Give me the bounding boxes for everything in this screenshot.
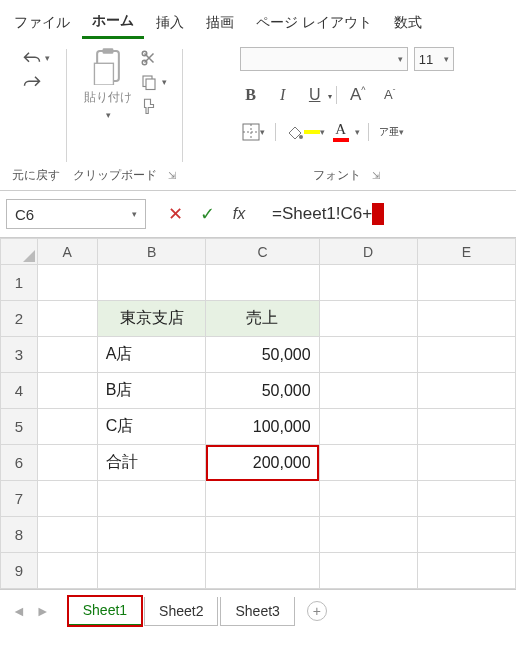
cancel-formula-button[interactable]: ✕ [160,199,190,229]
row-header[interactable]: 1 [1,265,38,301]
cell[interactable] [206,553,319,589]
cell[interactable] [206,481,319,517]
sheet-nav-prev[interactable]: ◄ [8,603,30,619]
spreadsheet-grid[interactable]: A B C D E 1 2 東京支店 売上 3 A店 50,000 [0,238,516,589]
cell[interactable] [206,517,319,553]
cell[interactable] [319,481,417,517]
menu-insert[interactable]: 挿入 [146,8,194,38]
cut-button[interactable] [140,49,167,67]
row-header[interactable]: 2 [1,301,38,337]
grow-font-button[interactable]: A^ [347,85,369,105]
cell[interactable]: 売上 [206,301,319,337]
cell[interactable] [97,265,206,301]
format-painter-button[interactable] [140,97,167,115]
row-6: 6 合計 200,000 [1,445,516,481]
font-name-dropdown[interactable]: ▾ [240,47,408,71]
paste-button[interactable]: 貼り付け ▾ [82,43,134,124]
col-header-B[interactable]: B [97,239,206,265]
row-header[interactable]: 9 [1,553,38,589]
cell[interactable] [417,553,515,589]
col-header-E[interactable]: E [417,239,515,265]
font-color-button[interactable]: A [331,119,351,144]
col-header-D[interactable]: D [319,239,417,265]
cell[interactable] [37,265,97,301]
cell[interactable] [97,517,206,553]
row-header[interactable]: 5 [1,409,38,445]
cell[interactable]: A店 [97,337,206,373]
menu-page-layout[interactable]: ページ レイアウト [246,8,382,38]
cell[interactable] [417,373,515,409]
menu-formulas[interactable]: 数式 [384,8,432,38]
name-box[interactable]: C6 ▾ [6,199,146,229]
row-header[interactable]: 7 [1,481,38,517]
shrink-font-button[interactable]: Aˇ [379,87,401,103]
cell[interactable] [37,409,97,445]
cell[interactable] [319,517,417,553]
cell-active[interactable]: 200,000 [206,445,319,481]
cell[interactable] [417,409,515,445]
insert-function-button[interactable]: fx [224,199,254,229]
cell[interactable] [319,553,417,589]
cell[interactable] [417,445,515,481]
cell[interactable] [37,373,97,409]
cell[interactable] [417,517,515,553]
cell[interactable] [97,553,206,589]
cell[interactable]: 合計 [97,445,206,481]
cell[interactable]: 東京支店 [97,301,206,337]
cell[interactable] [37,445,97,481]
copy-button[interactable]: ▾ [140,73,167,91]
cell[interactable] [417,337,515,373]
row-header[interactable]: 3 [1,337,38,373]
confirm-formula-button[interactable]: ✓ [192,199,222,229]
formula-input[interactable]: =Sheet1!C6+ [264,199,510,229]
border-button[interactable]: ▾ [240,121,267,143]
menu-home[interactable]: ホーム [82,6,144,39]
select-all-corner[interactable] [1,239,38,265]
chevron-down-icon[interactable]: ▾ [355,127,360,137]
cell[interactable] [37,481,97,517]
cell[interactable] [417,481,515,517]
col-header-A[interactable]: A [37,239,97,265]
cell[interactable] [206,265,319,301]
cell[interactable] [319,301,417,337]
cell[interactable] [97,481,206,517]
redo-button[interactable] [23,73,50,91]
font-size-dropdown[interactable]: 11 ▾ [414,47,454,71]
sheet-tab-1[interactable]: Sheet1 [68,596,142,626]
cell[interactable] [319,337,417,373]
italic-button[interactable]: I [272,86,294,104]
menu-file[interactable]: ファイル [4,8,80,38]
undo-button[interactable]: ▾ [23,49,50,67]
cell[interactable]: 50,000 [206,373,319,409]
cell[interactable] [417,265,515,301]
dialog-launcher-icon[interactable]: ⇲ [372,170,380,181]
cell[interactable] [37,553,97,589]
cell[interactable] [319,445,417,481]
cell[interactable] [319,409,417,445]
sheet-tab-2[interactable]: Sheet2 [144,597,218,626]
cell[interactable]: C店 [97,409,206,445]
row-header[interactable]: 6 [1,445,38,481]
cell[interactable] [37,337,97,373]
bold-button[interactable]: B [240,86,262,104]
cell[interactable]: 100,000 [206,409,319,445]
cell[interactable]: 50,000 [206,337,319,373]
cell[interactable]: B店 [97,373,206,409]
cell[interactable] [37,517,97,553]
cell[interactable] [319,265,417,301]
cell[interactable] [37,301,97,337]
brush-icon [140,97,158,115]
cell[interactable] [319,373,417,409]
col-header-C[interactable]: C [206,239,319,265]
ruby-button[interactable]: ア亜 ▾ [377,125,406,139]
add-sheet-button[interactable]: + [307,601,327,621]
fill-color-button[interactable]: ▾ [284,121,327,143]
row-header[interactable]: 8 [1,517,38,553]
sheet-tab-3[interactable]: Sheet3 [220,597,294,626]
dialog-launcher-icon[interactable]: ⇲ [168,170,176,181]
menu-draw[interactable]: 描画 [196,8,244,38]
cell[interactable] [417,301,515,337]
row-header[interactable]: 4 [1,373,38,409]
underline-button[interactable]: U▾ [304,86,326,104]
sheet-nav-next[interactable]: ► [32,603,54,619]
